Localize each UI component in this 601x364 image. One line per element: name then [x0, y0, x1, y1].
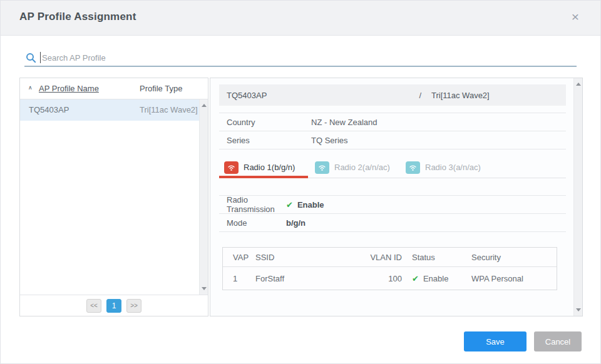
check-icon: ✔: [412, 274, 419, 283]
search-input[interactable]: [42, 50, 575, 65]
pagination: << 1 >>: [20, 295, 208, 316]
wifi-icon: [406, 161, 420, 174]
tab-radio-2[interactable]: Radio 2(a/n/ac): [311, 157, 399, 178]
detail-profile-name: TQ5403AP: [227, 91, 419, 100]
general-fields: Country NZ - New Zealand Series TQ Serie…: [219, 113, 566, 149]
tab-radio-1[interactable]: Radio 1(b/g/n): [220, 157, 308, 178]
tab-radio-2-label: Radio 2(a/n/ac): [334, 163, 390, 172]
tab-radio-3[interactable]: Radio 3(a/n/ac): [402, 157, 490, 178]
country-value: NZ - New Zealand: [311, 118, 377, 127]
sort-ascending-icon[interactable]: ∧: [28, 84, 33, 91]
text-cursor: [40, 52, 41, 63]
series-label: Series: [227, 136, 311, 145]
radio-transmission-label: Radio Transmission: [227, 195, 286, 214]
detail-profile-type: Tri[11ac Wave2]: [431, 91, 566, 100]
cancel-button[interactable]: Cancel: [534, 331, 582, 351]
ssid-value: ForStaff: [255, 274, 346, 283]
ap-profile-assignment-dialog: AP Profile Assignment × ∧ AP Profile Nam…: [0, 0, 601, 364]
field-radio-transmission: Radio Transmission ✔ Enable: [219, 196, 566, 214]
profile-detail-panel: TQ5403AP / Tri[11ac Wave2] Country NZ - …: [210, 78, 583, 316]
mode-value: b/g/n: [286, 218, 306, 228]
field-mode: Mode b/g/n: [219, 214, 566, 232]
vap-value: 1: [230, 274, 255, 283]
profile-list-header: ∧ AP Profile Name Profile Type: [20, 78, 208, 99]
column-ap-profile-name[interactable]: AP Profile Name: [39, 84, 99, 93]
ap-profile-list-panel: ∧ AP Profile Name Profile Type TQ5403AP …: [19, 78, 208, 316]
check-icon: ✔: [286, 200, 293, 210]
detail-scrollbar[interactable]: [573, 78, 582, 316]
security-value: WPA Personal: [461, 274, 549, 283]
vlan-id-value: 100: [346, 274, 402, 283]
tab-radio-1-label: Radio 1(b/g/n): [244, 163, 295, 172]
profile-detail-content: TQ5403AP / Tri[11ac Wave2] Country NZ - …: [219, 78, 566, 290]
column-vap: VAP: [230, 253, 255, 262]
search-icon: [26, 53, 36, 63]
profile-row-selected[interactable]: TQ5403AP Tri[11ac Wave2]: [20, 99, 208, 121]
vap-table-row[interactable]: 1 ForStaff 100 ✔ Enable WPA Personal: [223, 266, 557, 290]
column-profile-type[interactable]: Profile Type: [140, 84, 182, 93]
tab-radio-3-label: Radio 3(a/n/ac): [425, 163, 481, 172]
scroll-up-icon[interactable]: [576, 83, 581, 86]
vap-table-header: VAP SSID VLAN ID Status Security: [223, 248, 557, 266]
field-country: Country NZ - New Zealand: [219, 113, 566, 131]
status-value: ✔ Enable: [402, 274, 461, 283]
column-status: Status: [402, 253, 461, 262]
scroll-down-icon[interactable]: [576, 308, 581, 311]
list-scrollbar[interactable]: [199, 99, 208, 295]
save-button[interactable]: Save: [464, 331, 527, 351]
pagination-page-1-button[interactable]: 1: [106, 299, 121, 313]
profile-type: Tri[11ac Wave2]: [140, 105, 198, 114]
vap-table: VAP SSID VLAN ID Status Security 1 ForSt…: [222, 247, 557, 290]
scroll-down-icon[interactable]: [202, 287, 207, 290]
radio-settings: Radio Transmission ✔ Enable Mode b/g/n: [219, 195, 566, 232]
scroll-up-icon[interactable]: [202, 104, 207, 107]
pagination-next-button[interactable]: >>: [126, 299, 141, 313]
search-bar: [24, 50, 577, 67]
detail-titlebar: TQ5403AP / Tri[11ac Wave2]: [219, 84, 566, 106]
profile-name: TQ5403AP: [29, 105, 69, 114]
status-text: Enable: [423, 274, 448, 283]
wifi-icon: [315, 161, 329, 174]
country-label: Country: [227, 118, 311, 127]
radio-transmission-value: Enable: [297, 200, 324, 210]
column-vlan-id: VLAN ID: [346, 253, 402, 262]
wifi-icon: [224, 161, 239, 174]
close-icon[interactable]: ×: [568, 9, 583, 24]
titlebar-separator: /: [419, 91, 421, 100]
mode-label: Mode: [227, 218, 286, 228]
pagination-prev-button[interactable]: <<: [86, 299, 101, 313]
dialog-header: AP Profile Assignment ×: [1, 1, 600, 36]
series-value: TQ Series: [311, 136, 348, 145]
field-series: Series TQ Series: [219, 131, 566, 149]
radio-tabs: Radio 1(b/g/n) Radio 2(a/n/ac) Radio 3(a…: [219, 157, 566, 178]
dialog-title: AP Profile Assignment: [19, 11, 136, 23]
column-ssid: SSID: [255, 253, 346, 262]
column-security: Security: [461, 253, 549, 262]
